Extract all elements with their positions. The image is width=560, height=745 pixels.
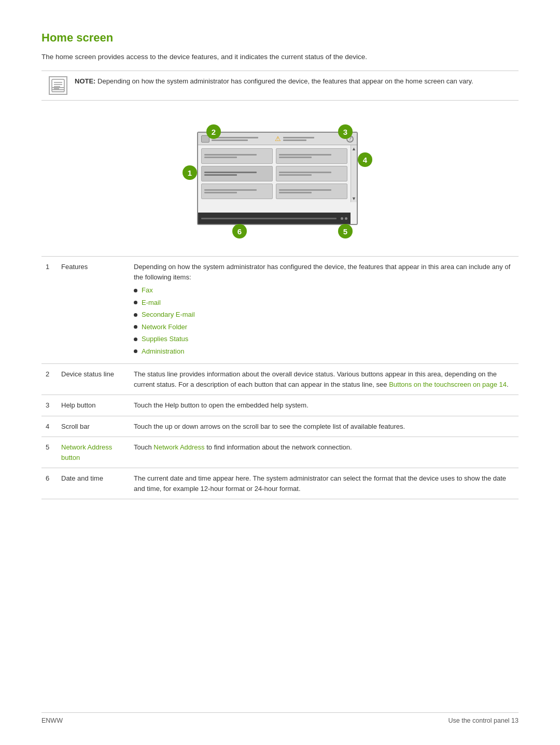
- row-3-number: 3: [41, 395, 57, 416]
- bullet-dot: [134, 325, 137, 329]
- list-item-administration: Administration: [134, 346, 514, 357]
- network-address-label-link[interactable]: Network Address button: [61, 443, 112, 461]
- list-item-fax: Fax: [134, 285, 514, 296]
- dot-1: [341, 217, 343, 220]
- status-bar-lines: [212, 137, 273, 141]
- dot-2: [345, 217, 347, 220]
- row-1-number: 1: [41, 257, 57, 364]
- status-bar: ⚠ ?: [198, 133, 357, 145]
- bottom-line-1: [201, 218, 337, 219]
- administration-link[interactable]: Administration: [142, 346, 184, 357]
- row-1-content: Depending on how the system administrato…: [130, 257, 519, 364]
- bottom-dots: [341, 217, 347, 220]
- bullet-dot: [134, 301, 137, 304]
- features-area: [198, 145, 351, 202]
- footer-left: ENWW: [41, 717, 63, 724]
- note-label: NOTE:: [75, 77, 95, 85]
- row-2-desc-end: .: [507, 381, 509, 388]
- feature-row-2: [201, 166, 347, 181]
- feature-btn-3: [201, 166, 273, 181]
- row-1-label: Features: [57, 257, 130, 364]
- row-4-desc: Touch the up or down arrows on the scrol…: [134, 423, 405, 430]
- status-bar-lines-2: [283, 137, 344, 141]
- feature-btn-2: [276, 148, 347, 164]
- row-2-number: 2: [41, 364, 57, 395]
- note-content: NOTE: Depending on how the system admini…: [75, 76, 473, 87]
- device-diagram: 1 2 3 4 5 6 ⚠ ?: [150, 111, 410, 246]
- row-3-label: Help button: [57, 395, 130, 416]
- row-4-label: Scroll bar: [57, 416, 130, 437]
- page-title: Home screen: [41, 31, 519, 45]
- badge-4: 4: [358, 152, 372, 167]
- badge-6: 6: [232, 224, 247, 238]
- bullet-dot: [134, 289, 137, 292]
- feature-btn-1: [201, 148, 273, 164]
- scroll-down-arrow[interactable]: ▼: [352, 196, 356, 201]
- note-box: NOTE: Depending on how the system admini…: [41, 71, 519, 101]
- row-6-desc: The current date and time appear here. T…: [134, 474, 506, 493]
- row-5-number: 5: [41, 437, 57, 468]
- touchscreen-link[interactable]: Buttons on the touchscreen on page 14: [389, 381, 507, 388]
- table-row-5: 5 Network Address button Touch Network A…: [41, 437, 519, 468]
- row-3-desc: Touch the Help button to open the embedd…: [134, 401, 309, 409]
- row-4-number: 4: [41, 416, 57, 437]
- scroll-bar[interactable]: ▲ ▼: [351, 145, 357, 202]
- feature-btn-6: [276, 184, 347, 199]
- network-folder-link[interactable]: Network Folder: [142, 322, 187, 332]
- list-item-supplies-status: Supplies Status: [134, 334, 514, 344]
- bullet-dot: [134, 313, 137, 317]
- badge-1: 1: [183, 165, 197, 180]
- svg-rect-0: [52, 79, 64, 92]
- list-item-secondary-email: Secondary E-mail: [134, 310, 514, 320]
- feature-row-3: [201, 184, 347, 199]
- features-table: 1 Features Depending on how the system a…: [41, 256, 519, 499]
- row-6-number: 6: [41, 468, 57, 499]
- list-item-network-folder: Network Folder: [134, 322, 514, 332]
- table-row-2: 2 Device status line The status line pro…: [41, 364, 519, 395]
- alert-icon: ⚠: [275, 135, 281, 143]
- note-icon: [49, 76, 67, 95]
- footer-right: Use the control panel 13: [448, 717, 519, 724]
- list-item-email: E-mail: [134, 298, 514, 308]
- table-row-6: 6 Date and time The current date and tim…: [41, 468, 519, 499]
- scroll-up-arrow[interactable]: ▲: [352, 146, 356, 151]
- row-3-content: Touch the Help button to open the embedd…: [130, 395, 519, 416]
- row-1-desc: Depending on how the system administrato…: [134, 263, 510, 281]
- row-5-desc-pre: Touch: [134, 443, 153, 451]
- row-5-desc-post: to find information about the network co…: [205, 443, 352, 451]
- table-row-4: 4 Scroll bar Touch the up or down arrows…: [41, 416, 519, 437]
- bullet-dot: [134, 349, 137, 353]
- note-text: Depending on how the system administrato…: [97, 77, 473, 85]
- row-6-content: The current date and time appear here. T…: [130, 468, 519, 499]
- row-5-label: Network Address button: [57, 437, 130, 468]
- bottom-bar: [198, 213, 351, 224]
- feature-btn-4: [276, 166, 347, 181]
- intro-text: The home screen provides access to the d…: [41, 52, 519, 62]
- feature-row-1: [201, 148, 347, 164]
- table-row-1: 1 Features Depending on how the system a…: [41, 257, 519, 364]
- row-5-content: Touch Network Address to find informatio…: [130, 437, 519, 468]
- row-2-content: The status line provides information abo…: [130, 364, 519, 395]
- row-6-label: Date and time: [57, 468, 130, 499]
- device-screen: ⚠ ?: [197, 132, 358, 225]
- footer: ENWW Use the control panel 13: [41, 712, 519, 724]
- network-address-inline-link[interactable]: Network Address: [153, 443, 204, 451]
- row-2-label: Device status line: [57, 364, 130, 395]
- badge-5: 5: [338, 224, 353, 238]
- supplies-status-link[interactable]: Supplies Status: [142, 334, 188, 344]
- table-row-3: 3 Help button Touch the Help button to o…: [41, 395, 519, 416]
- bullet-dot: [134, 338, 137, 341]
- secondary-email-link[interactable]: Secondary E-mail: [142, 310, 195, 320]
- fax-link[interactable]: Fax: [142, 285, 153, 296]
- row-4-content: Touch the up or down arrows on the scrol…: [130, 416, 519, 437]
- features-list: Fax E-mail Secondary E-mail Network Fold…: [134, 285, 514, 356]
- email-link[interactable]: E-mail: [142, 298, 161, 308]
- feature-btn-5: [201, 184, 273, 199]
